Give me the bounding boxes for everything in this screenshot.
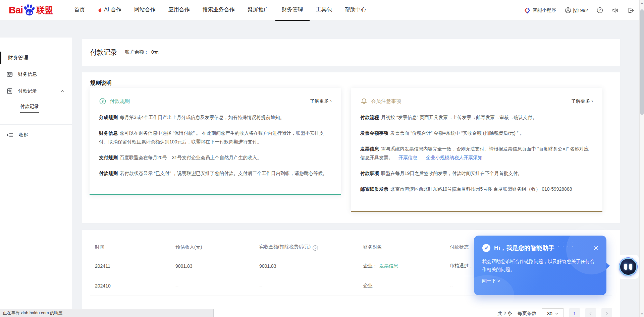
next-page-button[interactable] — [601, 308, 612, 317]
sidebar-item-finance-info[interactable]: 财务信息 — [0, 66, 72, 83]
rules-title: 规则说明 — [90, 80, 612, 87]
actual-amount-help-icon[interactable]: ? — [313, 245, 318, 251]
active-section-indicator — [0, 52, 1, 64]
chevron-up-icon[interactable] — [60, 89, 64, 93]
announcement-button[interactable] — [612, 7, 619, 14]
coin-yen-icon — [99, 98, 106, 105]
sidebar-divider — [0, 124, 72, 125]
nav-item-search-business[interactable]: 搜索业务合作 — [196, 0, 241, 21]
cell-time: 202411 — [95, 263, 175, 269]
rule-paragraph: 分成规则每月第3或4个工作日产出上月分成信息及发票信息，如有特殊情况将提前通知。 — [99, 113, 332, 122]
chevron-down-icon — [555, 312, 558, 315]
member-notes-panel: 会员注意事项 了解更多› 付款流程月初按 “发票信息” 页面开具发票→上传发票→… — [351, 88, 602, 212]
col-header-estimated: 预估收入(元) — [175, 244, 259, 250]
id-card-icon — [7, 71, 13, 77]
nav-item-screen-promo[interactable]: 聚屏推广 — [241, 0, 275, 21]
balance-value: 0元 — [151, 49, 159, 55]
baidu-paw-icon: du — [23, 4, 36, 17]
page-title: 付款记录 — [90, 48, 117, 57]
note-paragraph: 邮寄纸质发票北京市海淀区西北旺东路10号院百度科技园5号楼 百度联盟财务组（收）… — [360, 185, 593, 193]
member-notes-more-link[interactable]: 了解更多› — [571, 98, 593, 104]
assistant-title: Hi，我是您的智能助手 — [494, 244, 554, 252]
col-header-finance-object: 财务对象 — [363, 244, 450, 250]
logo-text-bai: Bai — [9, 5, 23, 16]
nav-item-app[interactable]: 应用合作 — [162, 0, 196, 21]
assistant-message: 我会帮助您诊断合作链路问题，以及解答您关于任何合作相关的问题。 — [482, 257, 596, 273]
bell-icon — [360, 98, 368, 105]
rules-card: 规则说明 付款规则 了解更多› 分成规则每月第3或4个工作日产出上月分成信息及发… — [82, 72, 620, 223]
help-button[interactable]: ? — [597, 7, 603, 13]
account-balance: 账户余额：0元 — [125, 49, 159, 55]
question-circle-icon: ? — [597, 7, 603, 13]
cell-estimated: 9001.83 — [175, 263, 259, 269]
rule-paragraph: 付款规则若付款状态显示 “已支付” ，说明联盟已安排了您的付款。支付后三个工作日… — [99, 169, 332, 178]
diamond-icon — [524, 7, 531, 14]
sidebar-subitem-payment-records[interactable]: 付款记录 — [0, 100, 72, 116]
svg-text:?: ? — [599, 8, 601, 12]
robot-face-icon — [619, 258, 637, 276]
page-number-1[interactable]: 1 — [569, 308, 580, 317]
nav-item-website[interactable]: 网站合作 — [128, 0, 162, 21]
page-size-select[interactable]: 30 — [542, 308, 564, 317]
sidebar: 财务管理 财务信息 付款记录 付款记录 — [0, 38, 72, 317]
nav-item-toolkit[interactable]: 工具包 — [310, 0, 338, 21]
invoice-info-table-link[interactable]: 发票信息 — [379, 263, 398, 268]
small-taxpayer-guide-link[interactable]: 企业小规模纳税人开票须知 — [426, 155, 482, 160]
member-notes-title: 会员注意事项 — [371, 98, 401, 105]
col-header-time: 时间 — [95, 244, 175, 250]
sidebar-collapse-button[interactable]: 收起 — [0, 127, 72, 143]
note-paragraph: 付款事项联盟在每月19日之后签收的发票，付款时间安排在下个月首批支付。 — [360, 169, 593, 178]
assistant-popup: Hi，我是您的智能助手 我会帮助您诊断合作链路问题，以及解答您关于任何合作相关的… — [474, 236, 606, 295]
note-paragraph: 发票金额事项发票票面 “价税合计” 金额=系统中 “实收金额 (扣除税费后/元)… — [360, 129, 593, 137]
close-icon[interactable] — [593, 246, 598, 251]
nav-item-help[interactable]: 帮助中心 — [338, 0, 373, 21]
prev-page-button[interactable] — [585, 308, 596, 317]
rule-paragraph: 财务信息您可以在财务信息中选择 “保留付款” 。 在此期间您产生的收入将在账户内… — [99, 129, 332, 146]
payment-records-header-card: 付款记录 账户余额：0元 — [82, 39, 620, 66]
collapse-icon — [7, 133, 13, 137]
scrollbar-thumb[interactable] — [640, 9, 644, 115]
cell-finance-object: 企业：发票信息 — [363, 263, 450, 269]
scroll-down-arrow[interactable]: ▼ — [640, 313, 644, 316]
vertical-scrollbar[interactable]: ▲ ▼ — [639, 0, 644, 317]
payment-rules-panel: 付款规则 了解更多› 分成规则每月第3或4个工作日产出上月分成信息及发票信息，如… — [90, 88, 341, 195]
rule-paragraph: 支付规则百度联盟会在每月20号—31号支付企业会员上个自然月产生的收入。 — [99, 153, 332, 162]
ask-now-link[interactable]: 问一下 > — [482, 278, 598, 284]
cell-actual: -- — [259, 283, 363, 289]
scroll-up-arrow[interactable]: ▲ — [640, 1, 644, 4]
user-icon — [565, 7, 571, 13]
col-header-actual: 实收金额(扣除税费后/元)? — [259, 244, 363, 251]
nav-item-home[interactable]: 首页 — [68, 0, 91, 21]
baidu-union-logo[interactable]: Bai du 联盟 — [9, 4, 53, 17]
compass-icon — [482, 244, 491, 252]
logo-text-union: 联盟 — [36, 5, 53, 16]
cell-time: 202410 — [95, 283, 175, 289]
payment-rules-more-link[interactable]: 了解更多› — [310, 98, 332, 104]
nav-item-finance[interactable]: 财务管理 — [275, 0, 310, 21]
sidebar-section-finance[interactable]: 财务管理 — [0, 49, 72, 66]
per-page-label: 每页条数 — [518, 311, 536, 317]
nav-item-ai[interactable]: AI 合作 — [91, 0, 128, 21]
smart-miniapp-link[interactable]: 智能小程序 — [524, 7, 556, 14]
sidebar-item-payment-records[interactable]: 付款记录 — [0, 83, 72, 100]
svg-text:du: du — [27, 10, 32, 15]
user-account[interactable]: jyj1992 — [565, 7, 588, 13]
logout-button[interactable] — [627, 7, 634, 14]
pagination: 共 2 条 每页条数 30 1 — [497, 308, 612, 317]
cell-actual: 9001.83 — [259, 263, 363, 269]
main-menu: 首页 AI 合作 网站合作 应用合作 搜索业务合作 聚屏推广 财务管理 工具包 … — [68, 0, 373, 21]
top-navigation-bar: Bai du 联盟 首页 AI 合作 网站合作 应用合作 搜索业务合作 聚屏推广… — [0, 0, 644, 21]
invoice-info-link[interactable]: 开票信息 — [398, 155, 417, 160]
payment-rules-title: 付款规则 — [110, 98, 130, 105]
chevron-right-icon — [605, 312, 608, 316]
chevron-left-icon — [589, 312, 592, 316]
cell-finance-object: 企业 — [363, 283, 450, 289]
badge-star-icon — [7, 88, 13, 94]
assistant-robot-button[interactable] — [618, 255, 639, 279]
note-paragraph: 发票信息需与系统内发票信息内容完全一致，否则无法支付。请根据发票信息页面中 “百… — [360, 144, 593, 162]
flame-icon — [98, 7, 102, 13]
topnav-right-cluster: 智能小程序 jyj1992 ? — [524, 7, 634, 14]
speaker-icon — [612, 7, 619, 14]
browser-status-bar: 正在等待 xlab.baidu.com 的响应... — [0, 309, 214, 317]
note-paragraph: 付款流程月初按 “发票信息” 页面开具发票→上传发票→邮寄发票→审核→确认支付。 — [360, 113, 593, 122]
